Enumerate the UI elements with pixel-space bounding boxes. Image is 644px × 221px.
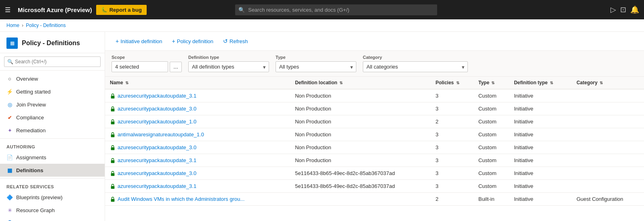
report-bug-button[interactable]: 🐛 Report a bug xyxy=(96,5,147,15)
svg-rect-7 xyxy=(111,186,115,189)
category-select[interactable]: All categories xyxy=(363,61,468,72)
policy-lock-icon-6 xyxy=(110,171,116,176)
name-link-7[interactable]: azuresecuritypackautoupdate_3.1 xyxy=(110,183,285,189)
table-row: azuresecuritypackautoupdate_3.0 Non Prod… xyxy=(105,141,644,154)
cell-location-2: Non Production xyxy=(290,115,431,128)
sidebar-item-getting-started[interactable]: ⚡ Getting started xyxy=(0,85,105,98)
policy-definition-button[interactable]: + Policy definition xyxy=(168,36,218,46)
policy-lock-icon-7 xyxy=(110,183,116,189)
name-link-1[interactable]: azuresecuritypackautoupdate_3.0 xyxy=(110,106,285,112)
sidebar-item-user-privacy[interactable]: 👤 User privacy xyxy=(0,217,105,221)
notification-icon[interactable]: 🔔 xyxy=(630,5,639,14)
sidebar-item-join-preview-label: Join Preview xyxy=(16,102,46,108)
table-row: azuresecuritypackautoupdate_3.0 Non Prod… xyxy=(105,102,644,115)
definition-type-select[interactable]: All definition types xyxy=(188,61,269,72)
sidebar-item-compliance[interactable]: ✔ Compliance xyxy=(0,111,105,124)
bug-icon: 🐛 xyxy=(101,7,107,13)
table-row: Audit Windows VMs in which the Administr… xyxy=(105,193,644,206)
portal-icon[interactable]: ⊡ xyxy=(620,5,626,14)
sidebar-item-assignments-label: Assignments xyxy=(16,154,46,161)
topbar-actions: ▷ ⊡ 🔔 xyxy=(610,5,639,14)
sidebar-search-input[interactable] xyxy=(4,56,101,67)
sort-category-icon[interactable]: ⇅ xyxy=(600,81,603,85)
name-link-0[interactable]: azuresecuritypackautoupdate_3.1 xyxy=(110,93,285,99)
sort-type-icon[interactable]: ⇅ xyxy=(491,81,495,85)
cell-name-3: antimalwaresignatureautoupdate_1.0 xyxy=(105,128,290,141)
cell-policies-4: 3 xyxy=(431,141,474,154)
cell-def-type-7: Initiative xyxy=(509,180,572,193)
table-row: antimalwaresignatureautoupdate_1.0 Non P… xyxy=(105,128,644,141)
cell-type-3: Custom xyxy=(474,128,509,141)
policy-lock-icon-1 xyxy=(110,106,116,112)
name-link-2[interactable]: azuresecuritypackautoupdate_1.0 xyxy=(110,119,285,125)
cell-type-6: Custom xyxy=(474,167,509,180)
sidebar-item-definitions[interactable]: ▦ Definitions xyxy=(0,164,105,177)
table-row: azuresecuritypackautoupdate_1.0 Non Prod… xyxy=(105,115,644,128)
cell-def-type-3: Initiative xyxy=(509,128,572,141)
cell-policies-1: 3 xyxy=(431,102,474,115)
sidebar-nav: ○ Overview ⚡ Getting started ◎ Join Prev… xyxy=(0,71,105,221)
definition-type-filter: Definition type All definition types xyxy=(188,55,269,72)
cell-type-0: Custom xyxy=(474,89,509,102)
sidebar-item-remediation[interactable]: ✦ Remediation xyxy=(0,124,105,137)
name-link-4[interactable]: azuresecuritypackautoupdate_3.0 xyxy=(110,144,285,150)
cell-type-5: Custom xyxy=(474,154,509,167)
cell-name-7: azuresecuritypackautoupdate_3.1 xyxy=(105,180,290,193)
compliance-icon: ✔ xyxy=(6,114,13,121)
sidebar-item-join-preview[interactable]: ◎ Join Preview xyxy=(0,98,105,111)
global-search-input[interactable] xyxy=(235,4,437,15)
sort-def-type-icon[interactable]: ⇅ xyxy=(550,81,553,85)
sidebar-item-overview[interactable]: ○ Overview xyxy=(0,72,105,85)
svg-rect-3 xyxy=(111,134,115,137)
breadcrumb-home[interactable]: Home xyxy=(6,23,19,28)
toolbar: + Initiative definition + Policy definit… xyxy=(105,32,644,51)
remediation-icon: ✦ xyxy=(6,127,13,133)
scope-picker-button[interactable]: … xyxy=(170,62,182,72)
sidebar-search-container: 🔍 xyxy=(0,53,105,71)
sidebar-item-overview-label: Overview xyxy=(16,76,38,82)
definitions-table: Name ⇅ Definition location ⇅ Policies ⇅ xyxy=(105,77,644,206)
cell-def-type-0: Initiative xyxy=(509,89,572,102)
assignments-icon: 📄 xyxy=(6,154,13,161)
name-link-3[interactable]: antimalwaresignatureautoupdate_1.0 xyxy=(110,131,285,138)
table-row: azuresecuritypackautoupdate_3.0 5e116433… xyxy=(105,167,644,180)
col-definition-location: Definition location ⇅ xyxy=(290,77,431,89)
breadcrumb-current[interactable]: Policy - Definitions xyxy=(26,23,66,28)
sort-location-icon[interactable]: ⇅ xyxy=(339,81,343,85)
col-def-type: Definition type ⇅ xyxy=(509,77,572,89)
breadcrumb-separator: › xyxy=(22,23,23,28)
main-layout: ▦ Policy - Definitions 🔍 ○ Overview ⚡ Ge… xyxy=(0,32,644,221)
sidebar-item-resource-graph[interactable]: ✳ Resource Graph xyxy=(0,204,105,217)
definition-type-select-wrapper: All definition types xyxy=(188,61,269,72)
cell-name-0: azuresecuritypackautoupdate_3.1 xyxy=(105,89,290,102)
cell-def-type-2: Initiative xyxy=(509,115,572,128)
sort-name-icon[interactable]: ⇅ xyxy=(125,81,128,85)
sidebar-item-assignments[interactable]: 📄 Assignments xyxy=(0,151,105,164)
policy-lock-icon-3 xyxy=(110,132,116,138)
sidebar-item-blueprints[interactable]: 🔷 Blueprints (preview) xyxy=(0,191,105,204)
name-link-6[interactable]: azuresecuritypackautoupdate_3.0 xyxy=(110,170,285,176)
svg-rect-2 xyxy=(111,121,115,124)
cell-name-4: azuresecuritypackautoupdate_3.0 xyxy=(105,141,290,154)
global-search: 🔍 xyxy=(235,4,437,15)
type-select[interactable]: All types xyxy=(276,61,356,72)
sort-policies-icon[interactable]: ⇅ xyxy=(456,81,459,85)
menu-icon[interactable]: ☰ xyxy=(5,6,11,14)
refresh-button[interactable]: ↺ Refresh xyxy=(219,36,252,46)
scope-control: … xyxy=(112,61,182,72)
sidebar-divider-1 xyxy=(0,138,105,139)
col-name: Name ⇅ xyxy=(105,77,290,89)
cell-category-2 xyxy=(572,115,644,128)
table-row: azuresecuritypackautoupdate_3.1 Non Prod… xyxy=(105,89,644,102)
terminal-icon[interactable]: ▷ xyxy=(610,5,616,14)
cell-category-3 xyxy=(572,128,644,141)
scope-input[interactable] xyxy=(112,61,168,72)
authoring-label: Authoring xyxy=(0,140,105,151)
initiative-definition-button[interactable]: + Initiative definition xyxy=(112,36,166,46)
name-link-8[interactable]: Audit Windows VMs in which the Administr… xyxy=(110,196,285,202)
cell-type-7: Custom xyxy=(474,180,509,193)
cell-category-6 xyxy=(572,167,644,180)
cell-location-5: Non Production xyxy=(290,154,431,167)
policy-lock-icon-0 xyxy=(110,93,116,99)
name-link-5[interactable]: azuresecuritypackautoupdate_3.1 xyxy=(110,157,285,163)
